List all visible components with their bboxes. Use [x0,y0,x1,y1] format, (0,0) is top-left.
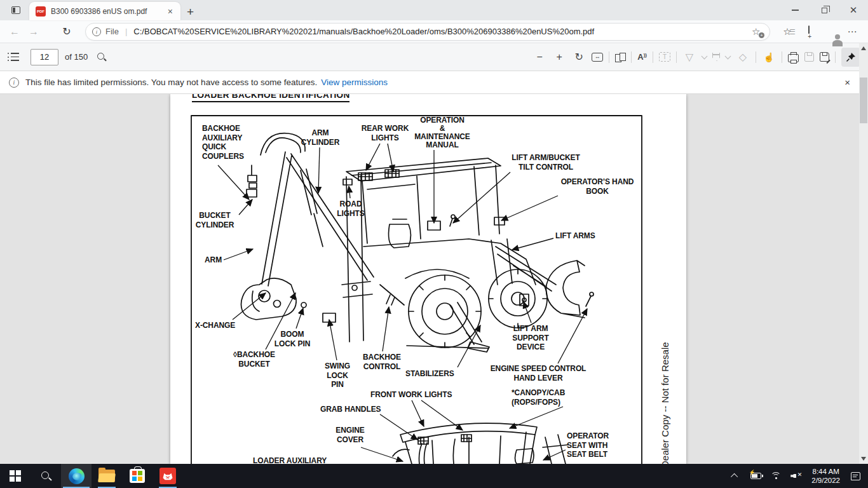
tab-actions-button[interactable] [6,2,25,18]
restore-button[interactable] [810,0,839,20]
permissions-message: This file has limited permissions. You m… [25,78,317,87]
file-explorer-icon [98,470,115,482]
diagram-label-grab-handles: GRAB HANDLES [320,405,381,414]
save-as-pencil-icon [826,60,830,64]
toolbar-separator [756,51,756,63]
collections-icon [808,25,810,37]
diagram-label-backhoe-control: BACKHOE CONTROL [344,353,420,371]
permissions-info-bar: i This file has limited permissions. You… [0,71,868,94]
taskbar-store-button[interactable] [122,464,153,488]
action-center-button[interactable] [846,464,864,488]
close-button[interactable]: ✕ [839,0,868,20]
read-aloud-waves-icon: )) [644,52,647,58]
pin-toolbar-button[interactable] [841,48,860,67]
view-permissions-link[interactable]: View permissions [321,78,388,87]
draw-options-chevron-icon[interactable] [702,53,708,59]
toolbar-separator [609,51,609,63]
page-view-button[interactable] [615,53,625,62]
toolbar-separator [835,51,836,63]
infobar-close-icon[interactable]: × [836,77,859,88]
address-bar[interactable]: i File | C:/BOBCAT%20SERVICE%20LIBRARY%2… [85,23,770,41]
window-controls: ✕ [780,0,868,20]
tab-close-icon[interactable]: × [165,6,175,17]
highlighter-button[interactable] [712,53,720,61]
address-separator: | [125,27,127,36]
pdf-viewport[interactable]: LOADER BACKHOE IDENTIFICATION [0,94,868,464]
toolbar-separator [782,51,782,63]
bobcat-app-icon [159,468,176,484]
new-tab-button[interactable]: + [187,6,194,18]
refresh-button[interactable]: ↻ [57,25,76,37]
chevron-up-icon [731,473,738,480]
toolbar-separator [676,51,677,63]
tab-title: B300 6903386 enUS om.pdf [51,7,165,16]
diagram-label-operator-seat: OPERATOR SEAT WITH SEAT BELT [567,431,609,459]
pushpin-icon [846,52,856,62]
network-status[interactable] [767,464,785,488]
settings-menu-button[interactable]: ⋯ [841,26,863,37]
hand-tool-button[interactable]: ☝ [762,52,776,62]
minimize-icon [792,10,799,10]
zoom-in-button[interactable]: + [552,51,566,63]
read-aloud-button[interactable]: A)) [637,52,647,62]
fit-to-width-button[interactable]: ↔ [592,53,603,62]
restore-icon [822,8,827,13]
back-button[interactable]: ← [5,26,24,37]
site-info-icon[interactable]: i [92,27,101,36]
forward-button[interactable]: → [24,26,43,37]
url-text[interactable]: C:/BOBCAT%20SERVICE%20LIBRARY%202021/man… [133,27,752,36]
taskbar-edge-button[interactable] [61,464,92,488]
pdf-file-icon: PDF [36,6,46,17]
collections-button[interactable] [798,26,820,37]
highlight-options-chevron-icon[interactable] [725,53,731,59]
plus-badge-icon: + [759,32,764,38]
print-button[interactable] [788,54,799,62]
eraser-button[interactable]: ◇ [736,51,750,63]
document-outline-button[interactable] [8,53,19,61]
taskbar-explorer-button[interactable] [92,464,122,488]
diagram-label-engine-speed: ENGINE SPEED CONTROL HAND LEVER [475,364,602,383]
taskbar-bobcat-button[interactable] [153,464,183,488]
favorites-button[interactable]: ☆——— [776,26,798,37]
diagram-label-loader-aux: LOADER AUXILIARY [253,456,327,464]
search-document-button[interactable] [97,52,107,62]
add-text-button[interactable]: T [659,52,670,62]
minimize-button[interactable] [780,0,810,20]
rotate-button[interactable]: ↻ [572,51,586,63]
volume-status[interactable]: ✕ [787,464,805,488]
browser-titlebar: PDF B300 6903386 enUS om.pdf × + ✕ [0,0,868,20]
toolbar-separator [631,51,632,63]
diagram-label-backhoe-bucket: ◊BACKHOE BUCKET [216,350,292,369]
protocol-label: File [105,27,119,36]
dealer-watermark: Dealer Copy -- Not for Resale [660,342,670,464]
diagram-label-front-work-lights: FRONT WORK LIGHTS [370,390,452,400]
notification-icon [851,472,860,480]
vertical-scrollbar[interactable] [859,43,868,464]
diagram-label-canopy-cab: *CANOPY/CAB (ROPS/FOPS) [512,388,565,407]
battery-status[interactable]: ⚡ [747,464,764,488]
microsoft-store-icon [130,469,145,483]
pdf-toolbar: 12 of 150 − + ↻ ↔ A)) T ▽ ◇ ☝ [0,43,868,71]
save-button[interactable] [804,52,814,62]
pdf-tools-group: − + ↻ ↔ A)) T ▽ ◇ ☝ [532,48,860,67]
scroll-up-icon[interactable] [861,46,866,50]
add-favorite-icon[interactable]: ☆+ [752,26,763,37]
start-button[interactable] [0,464,31,488]
diagram-label-road-lights: ROAD LIGHTS [319,200,383,218]
favorites-lines-icon: ——— [790,28,795,35]
page-number-input[interactable]: 12 [31,49,58,65]
diagram-label-lift-arm-support: LIFT ARM SUPPORT DEVICE [499,324,562,352]
diagram-label-boom-lock-pin: BOOM LOCK PIN [254,330,330,348]
close-icon: ✕ [850,4,858,16]
save-as-button[interactable] [820,52,829,62]
scrollbar-thumb[interactable] [860,78,867,123]
active-tab[interactable]: PDF B300 6903386 enUS om.pdf × [29,2,180,20]
diagram-label-lift-arms: LIFT ARMS [555,231,595,241]
draw-pen-button[interactable]: ▽ [682,51,696,63]
tray-chevron-button[interactable] [726,464,744,488]
taskbar-clock[interactable]: 8:44 AM 2/9/2022 [808,467,844,485]
clock-time: 8:44 AM [811,467,840,476]
taskbar-search-button[interactable] [31,464,61,488]
zoom-out-button[interactable]: − [532,51,546,63]
scroll-down-icon[interactable] [861,457,866,461]
